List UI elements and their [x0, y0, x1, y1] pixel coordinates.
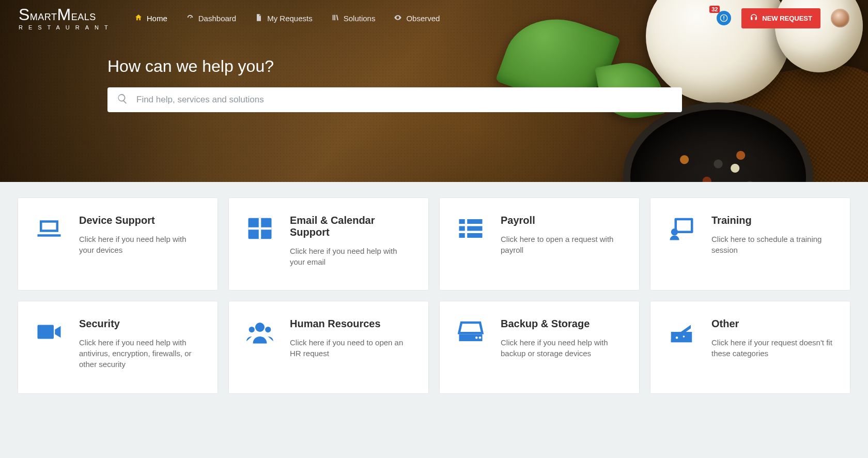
svg-point-21 — [479, 337, 482, 339]
card-description: Click here if you need to open an HR req… — [290, 337, 414, 359]
card-body: Other Click here if your request doesn't… — [711, 318, 835, 359]
svg-point-19 — [265, 327, 271, 332]
card-body: Device Support Click here if you need he… — [79, 215, 203, 255]
card-title: Security — [79, 318, 203, 330]
nav-item-label: Home — [147, 14, 167, 23]
nav-item-solutions[interactable]: Solutions — [331, 13, 376, 23]
card-description: Click here if you need help with your em… — [290, 246, 414, 267]
card-description: Click here to schedule a train­ing sessi… — [711, 234, 835, 255]
svg-rect-10 — [467, 226, 482, 231]
nav-menu: Home Dashboard My Requests Solutions Obs… — [134, 13, 440, 23]
card-device-support[interactable]: Device Support Click here if you need he… — [18, 197, 218, 291]
calendar-grid-icon — [243, 215, 276, 242]
card-title: Other — [711, 318, 835, 330]
card-title: Email & Calendar Support — [290, 215, 414, 238]
card-title: Human Resources — [290, 318, 414, 330]
svg-rect-11 — [459, 233, 465, 238]
training-icon — [665, 215, 698, 242]
card-backup-storage[interactable]: Backup & Storage Click here if you need … — [439, 301, 640, 394]
nav-item-label: Observed — [406, 14, 440, 23]
svg-rect-2 — [724, 20, 724, 20]
svg-rect-14 — [677, 220, 691, 231]
nav-item-observed[interactable]: Observed — [394, 13, 440, 23]
card-human-resources[interactable]: Human Resources Click here if you need t… — [228, 301, 429, 394]
svg-point-22 — [676, 337, 678, 339]
svg-rect-3 — [42, 223, 56, 230]
svg-rect-1 — [724, 16, 724, 19]
svg-rect-12 — [467, 233, 482, 238]
card-body: Training Click here to schedule a train­… — [711, 215, 835, 255]
home-icon — [134, 13, 143, 23]
search-bar[interactable] — [107, 87, 682, 112]
search-input[interactable] — [136, 87, 673, 112]
alert-icon — [717, 11, 731, 25]
laptop-icon — [33, 215, 66, 242]
notification-count-badge: 32 — [709, 6, 720, 13]
storage-icon — [454, 318, 487, 346]
card-body: Backup & Storage Click here if you need … — [501, 318, 625, 359]
card-description: Click here if you need help with backup … — [501, 337, 625, 359]
nav-item-label: Dashboard — [198, 14, 236, 23]
document-icon — [255, 13, 263, 23]
card-email-calendar[interactable]: Email & Calendar Support Click here if y… — [228, 197, 429, 291]
nav-item-home[interactable]: Home — [134, 13, 167, 23]
svg-point-15 — [671, 228, 678, 236]
card-training[interactable]: Training Click here to schedule a train­… — [650, 197, 850, 291]
category-cards-grid: Device Support Click here if you need he… — [0, 182, 868, 420]
list-icon — [454, 215, 487, 242]
brand-logo[interactable]: SmartMeals RESTAURANT — [19, 6, 114, 30]
video-icon — [33, 318, 66, 346]
card-description: Click here if you need help with antivir… — [79, 337, 203, 370]
card-title: Device Support — [79, 215, 203, 226]
svg-rect-7 — [459, 219, 465, 224]
user-avatar[interactable] — [831, 9, 849, 27]
hero-content: How can we help you? — [107, 57, 682, 112]
card-other[interactable]: Other Click here if your request doesn't… — [650, 301, 850, 394]
new-request-button[interactable]: NEW REQUEST — [741, 8, 820, 28]
card-title: Payroll — [501, 215, 625, 226]
notifications-button[interactable]: 32 — [717, 11, 731, 25]
nav-item-label: Solutions — [344, 14, 376, 23]
card-description: Click here to open a request with payrol… — [501, 234, 625, 255]
top-navbar: SmartMeals RESTAURANT Home Dashboard My … — [0, 0, 868, 36]
nav-item-my-requests[interactable]: My Requests — [255, 13, 313, 23]
card-body: Payroll Click here to open a request wit… — [501, 215, 625, 255]
card-description: Click here if your request doesn't fit t… — [711, 337, 835, 359]
people-icon — [243, 318, 276, 346]
card-payroll[interactable]: Payroll Click here to open a request wit… — [439, 197, 640, 291]
nav-right: 32 NEW REQUEST — [717, 8, 849, 28]
hero-banner: SmartMeals RESTAURANT Home Dashboard My … — [0, 0, 868, 182]
svg-rect-16 — [38, 325, 54, 339]
nav-item-label: My Requests — [267, 14, 313, 23]
card-body: Email & Calendar Support Click here if y… — [290, 215, 414, 267]
svg-point-17 — [255, 323, 265, 332]
svg-point-23 — [683, 335, 685, 338]
wedge-icon — [665, 318, 698, 346]
gauge-icon — [186, 13, 194, 23]
brand-name: SmartMeals — [19, 6, 114, 23]
card-description: Click here if you need help with your de… — [79, 234, 203, 255]
svg-point-20 — [475, 337, 478, 339]
svg-point-18 — [249, 327, 255, 332]
headset-icon — [750, 13, 758, 23]
card-body: Security Click here if you need help wit… — [79, 318, 203, 370]
card-security[interactable]: Security Click here if you need help wit… — [18, 301, 218, 394]
nav-item-dashboard[interactable]: Dashboard — [186, 13, 236, 23]
card-body: Human Resources Click here if you need t… — [290, 318, 414, 359]
svg-rect-8 — [467, 219, 482, 224]
eye-icon — [394, 13, 402, 23]
hero-title: How can we help you? — [107, 57, 682, 76]
books-icon — [331, 13, 339, 23]
card-title: Training — [711, 215, 835, 226]
brand-subtitle: RESTAURANT — [19, 25, 114, 30]
svg-rect-9 — [459, 226, 465, 231]
search-icon — [117, 93, 136, 106]
card-title: Backup & Storage — [501, 318, 625, 330]
new-request-label: NEW REQUEST — [762, 14, 812, 22]
